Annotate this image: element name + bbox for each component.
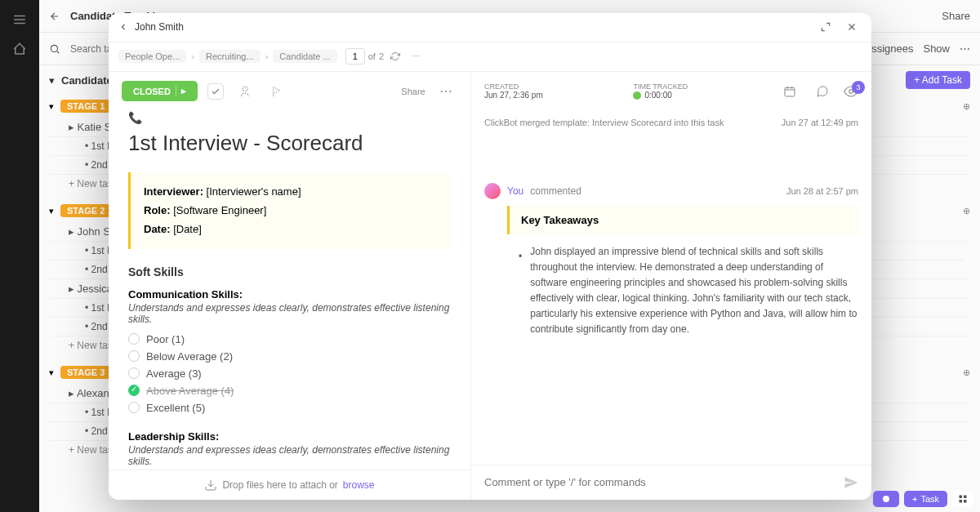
radio-circle-icon: [128, 385, 140, 396]
refresh-icon[interactable]: [390, 51, 400, 61]
chat-icon[interactable]: [811, 80, 834, 103]
page-total: 2: [379, 51, 384, 61]
skill-name: Leadership Skills:: [128, 430, 451, 443]
comment-author: You: [507, 185, 523, 197]
send-icon[interactable]: [844, 475, 858, 490]
svg-rect-8: [964, 500, 967, 503]
record-button[interactable]: [873, 491, 899, 507]
browse-link[interactable]: browse: [343, 479, 375, 491]
bullet-text: John displayed an impressive blend of te…: [530, 244, 858, 338]
radio-label: Excellent (5): [146, 402, 205, 414]
radio-list: Poor (1) Below Average (2) Average (3) A…: [128, 333, 451, 414]
breadcrumb: People Ope... › Recruiting... › Candidat…: [109, 42, 871, 72]
bottom-right-buttons: +Task: [873, 491, 973, 507]
modal-candidate-name: John Smith: [135, 21, 184, 33]
chevron-right-icon: ›: [265, 51, 269, 61]
interview-meta-block: Interviewer: [Interviewer's name] Role: …: [128, 172, 451, 249]
date-value: [Date]: [173, 223, 202, 235]
date-label: Date:: [144, 223, 171, 235]
radio-circle-icon: [128, 333, 140, 345]
radio-option[interactable]: Below Average (2): [128, 350, 451, 363]
radio-circle-icon: [128, 350, 140, 362]
status-chevron-icon: ▸: [176, 86, 186, 96]
modal-back-icon[interactable]: [118, 22, 128, 32]
breadcrumb-item[interactable]: People Ope...: [118, 50, 186, 63]
skill-name: Communication Skills:: [128, 288, 451, 301]
modal-body: CLOSED ▸ Share ⋯: [109, 72, 871, 500]
status-check-button[interactable]: [207, 83, 224, 100]
radio-option[interactable]: Excellent (5): [128, 402, 451, 414]
comment-header: You commented Jun 28 at 2:57 pm: [484, 183, 858, 199]
task-type-icon: 📞: [128, 111, 451, 124]
next-arrow-icon[interactable]: [960, 248, 977, 265]
activity-time: Jun 27 at 12:49 pm: [782, 118, 858, 127]
role-label: Role:: [144, 204, 171, 216]
skill-description: Understands and expresses ideas clearly,…: [128, 302, 451, 325]
comment-bullet: • John displayed an impressive blend of …: [519, 244, 858, 338]
status-button[interactable]: CLOSED ▸: [122, 81, 198, 101]
interviewer-label: Interviewer:: [144, 185, 203, 198]
modal-top-bar: John Smith: [109, 13, 871, 42]
breadcrumb-pager: of 2: [345, 48, 400, 65]
activity-area: ClickBot merged template: Interview Scor…: [471, 111, 871, 465]
comment-takeaways-box: Key Takeaways: [507, 206, 858, 234]
skill-description: Understands and expresses ideas clearly,…: [128, 444, 451, 467]
svg-rect-2: [785, 87, 795, 96]
share-icon[interactable]: Share: [402, 80, 425, 103]
bullet-icon: •: [519, 249, 522, 338]
play-icon[interactable]: [633, 91, 641, 100]
svg-rect-7: [960, 500, 963, 503]
svg-rect-6: [964, 496, 967, 499]
drop-zone[interactable]: Drop files here to attach or browse: [109, 470, 470, 500]
comment-time: Jun 28 at 2:57 pm: [786, 186, 858, 196]
watchers[interactable]: 3: [844, 84, 858, 99]
svg-point-4: [883, 496, 889, 502]
skill-block: Leadership Skills: Understands and expre…: [128, 430, 451, 470]
radio-option[interactable]: Above Average (4): [128, 385, 451, 397]
status-label: CLOSED: [133, 87, 171, 96]
left-content: 📞 1st Interview - Scorecard Interviewer:…: [109, 111, 470, 470]
left-pane: CLOSED ▸ Share ⋯: [109, 72, 471, 500]
assignee-add-icon[interactable]: [234, 80, 256, 103]
right-pane: CREATED Jun 27, 2:36 pm TIME TRACKED 0:0…: [471, 72, 871, 500]
created-block: CREATED Jun 27, 2:36 pm: [484, 82, 543, 100]
breadcrumb-item[interactable]: Candidate ...: [273, 50, 336, 63]
left-toolbar: CLOSED ▸ Share ⋯: [109, 72, 470, 111]
svg-point-1: [243, 87, 247, 91]
priority-icon[interactable]: [266, 80, 289, 103]
radio-circle-icon: [128, 402, 140, 413]
takeaways-title: Key Takeaways: [521, 214, 847, 226]
right-toolbar: CREATED Jun 27, 2:36 pm TIME TRACKED 0:0…: [471, 72, 871, 111]
comment-action: commented: [530, 185, 581, 197]
comment-input[interactable]: [484, 476, 837, 488]
task-modal: John Smith People Ope... › Recruiting...…: [109, 13, 871, 500]
radio-option[interactable]: Average (3): [128, 367, 451, 380]
radio-label: Above Average (4): [146, 385, 234, 397]
soft-skills-heading: Soft Skills: [128, 265, 451, 278]
close-icon[interactable]: [842, 17, 862, 37]
radio-label: Below Average (2): [146, 350, 233, 363]
breadcrumb-item[interactable]: Recruiting...: [199, 50, 261, 63]
date-icon[interactable]: [778, 80, 801, 103]
toolbar-more-icon[interactable]: ⋯: [434, 80, 457, 103]
role-value: [Software Engineer]: [173, 204, 266, 216]
tracked-label: TIME TRACKED: [633, 82, 688, 91]
radio-label: Average (3): [146, 367, 202, 380]
tracked-block: TIME TRACKED 0:00:00: [633, 82, 688, 100]
expand-icon[interactable]: [816, 17, 835, 37]
page-of-label: of: [368, 51, 376, 61]
comment-block: You commented Jun 28 at 2:57 pm Key Take…: [484, 183, 858, 338]
breadcrumb-more-icon[interactable]: ⋯: [412, 51, 421, 62]
skill-block: Communication Skills: Understands and ex…: [128, 288, 451, 414]
apps-button[interactable]: [952, 491, 973, 507]
modal-overlay: John Smith People Ope... › Recruiting...…: [0, 0, 980, 512]
task-title[interactable]: 1st Interview - Scorecard: [128, 131, 451, 156]
activity-item: ClickBot merged template: Interview Scor…: [484, 111, 858, 134]
created-label: CREATED: [484, 82, 543, 91]
chevron-right-icon: ›: [191, 51, 194, 61]
svg-rect-5: [960, 496, 963, 499]
radio-option[interactable]: Poor (1): [128, 333, 451, 345]
page-input[interactable]: [345, 48, 365, 65]
new-task-button[interactable]: +Task: [904, 491, 947, 507]
watcher-count: 3: [852, 81, 865, 94]
